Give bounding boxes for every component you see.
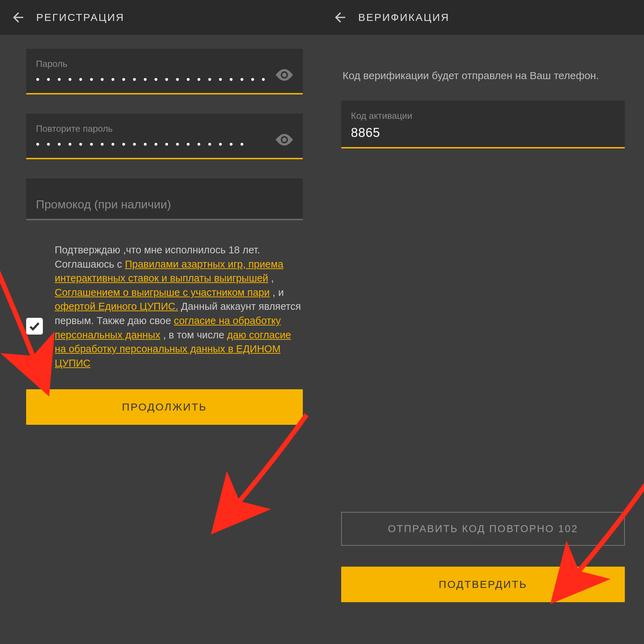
- consent-checkbox[interactable]: [26, 318, 43, 335]
- consent-text-part: , в том числе: [160, 329, 227, 340]
- password-value: • • • • • • • • • • • • • • • • • • • • …: [36, 74, 293, 86]
- consent-text-part: ,: [268, 273, 274, 284]
- back-arrow-icon[interactable]: [10, 10, 26, 25]
- agreement-link[interactable]: Соглашением о выигрыше с участником пари: [55, 287, 270, 298]
- verification-screen: ВЕРИФИКАЦИЯ Код верификации будет отправ…: [322, 0, 644, 644]
- activation-code-label: Код активации: [351, 110, 615, 121]
- consent-text: Подтверждаю ,что мне исполнилось 18 лет.…: [55, 243, 303, 370]
- header: РЕГИСТРАЦИЯ: [0, 0, 322, 35]
- page-title: РЕГИСТРАЦИЯ: [36, 12, 124, 23]
- confirm-button[interactable]: ПОДТВЕРДИТЬ: [341, 567, 625, 602]
- promocode-placeholder: Промокод (при наличии): [36, 198, 293, 211]
- toggle-repeat-password-visibility-icon[interactable]: [276, 133, 293, 147]
- tsupis-offer-link[interactable]: офертой Единого ЦУПИС.: [55, 301, 178, 312]
- registration-screen: РЕГИСТРАЦИЯ Пароль • • • • • • • • • • •…: [0, 0, 322, 644]
- password-field[interactable]: Пароль • • • • • • • • • • • • • • • • •…: [26, 49, 303, 94]
- activation-code-field[interactable]: Код активации 8865: [341, 101, 625, 148]
- continue-button[interactable]: ПРОДОЛЖИТЬ: [26, 389, 303, 425]
- repeat-password-field[interactable]: Повторите пароль • • • • • • • • • • • •…: [26, 114, 303, 159]
- activation-code-value: 8865: [351, 125, 615, 140]
- promocode-field[interactable]: Промокод (при наличии): [26, 178, 303, 220]
- verification-content: Код верификации будет отправлен на Ваш т…: [322, 35, 644, 644]
- toggle-password-visibility-icon[interactable]: [276, 69, 293, 83]
- resend-code-button[interactable]: ОТПРАВИТЬ КОД ПОВТОРНО 102: [341, 512, 625, 546]
- consent-row: Подтверждаю ,что мне исполнилось 18 лет.…: [26, 243, 303, 370]
- header: ВЕРИФИКАЦИЯ: [322, 0, 644, 35]
- back-arrow-icon[interactable]: [332, 10, 348, 25]
- repeat-password-value: • • • • • • • • • • • • • • • • • • • •: [36, 138, 293, 151]
- consent-text-part: , и: [270, 287, 284, 298]
- verification-info-text: Код верификации будет отправлен на Ваш т…: [341, 68, 625, 83]
- repeat-password-label: Повторите пароль: [36, 123, 293, 134]
- password-label: Пароль: [36, 59, 293, 69]
- registration-content: Пароль • • • • • • • • • • • • • • • • •…: [0, 35, 322, 644]
- page-title: ВЕРИФИКАЦИЯ: [358, 12, 450, 23]
